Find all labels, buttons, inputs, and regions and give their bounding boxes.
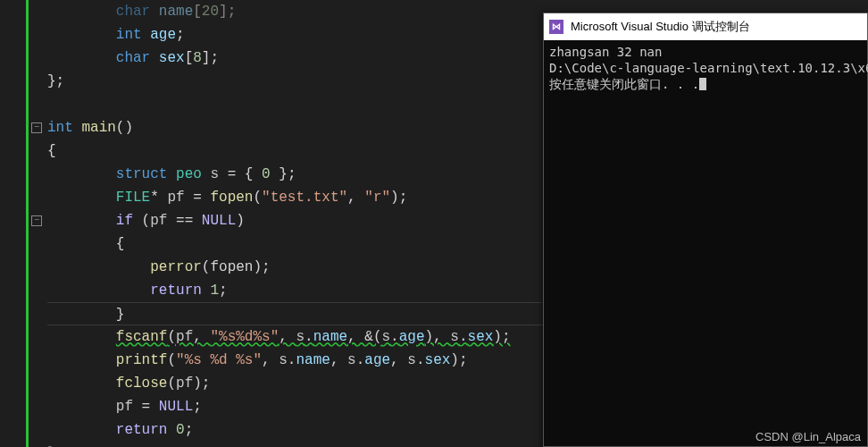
code-line[interactable] <box>47 93 543 116</box>
code-line[interactable]: printf("%s %d %s", s.name, s.age, s.sex)… <box>47 349 543 372</box>
vs-icon: ⋈ <box>549 20 563 34</box>
console-title: Microsoft Visual Studio 调试控制台 <box>571 19 750 35</box>
code-line[interactable]: struct peo s = { 0 }; <box>47 163 543 186</box>
code-line[interactable]: char sex[8]; <box>47 46 543 70</box>
code-line[interactable]: return 0; <box>47 418 543 442</box>
code-line[interactable]: { <box>47 232 543 256</box>
fold-toggle-icon[interactable]: − <box>31 215 42 226</box>
console-output: zhangsan 32 nanD:\Code\c-language-learni… <box>544 40 867 96</box>
code-line[interactable]: fclose(pf); <box>47 372 543 395</box>
code-line[interactable]: { <box>47 139 543 163</box>
console-titlebar[interactable]: ⋈ Microsoft Visual Studio 调试控制台 <box>544 13 867 40</box>
console-line: zhangsan 32 nan <box>549 44 862 60</box>
code-line[interactable]: int age; <box>47 23 543 46</box>
fold-toggle-icon[interactable]: − <box>31 122 42 133</box>
code-line[interactable]: if (pf == NULL) <box>47 209 543 232</box>
fold-column: −− <box>31 0 47 447</box>
code-line[interactable]: int main() <box>47 116 543 139</box>
code-line[interactable]: char name[20]; <box>47 0 543 23</box>
console-line: D:\Code\c-language-learning\text.10.12.3… <box>549 60 862 76</box>
code-line[interactable]: FILE* pf = fopen("test.txt", "r"); <box>47 186 543 209</box>
code-line[interactable]: } <box>47 302 543 325</box>
code-line[interactable]: pf = NULL; <box>47 395 543 418</box>
debug-console-window[interactable]: ⋈ Microsoft Visual Studio 调试控制台 zhangsan… <box>543 13 868 447</box>
code-line[interactable]: fscanf(pf, "%s%d%s", s.name, &(s.age), s… <box>47 325 543 349</box>
code-line[interactable]: } <box>47 442 543 447</box>
code-line[interactable]: return 1; <box>47 279 543 302</box>
editor-gutter <box>0 0 29 447</box>
code-area[interactable]: char name[20]; int age; char sex[8];};in… <box>47 0 543 447</box>
code-line[interactable]: }; <box>47 70 543 93</box>
code-editor[interactable]: −− char name[20]; int age; char sex[8];}… <box>0 0 543 447</box>
console-line: 按任意键关闭此窗口. . . <box>549 76 862 92</box>
watermark: CSDN @Lin_Alpaca <box>755 430 861 443</box>
cursor-icon <box>699 78 706 90</box>
code-line[interactable]: perror(fopen); <box>47 256 543 279</box>
